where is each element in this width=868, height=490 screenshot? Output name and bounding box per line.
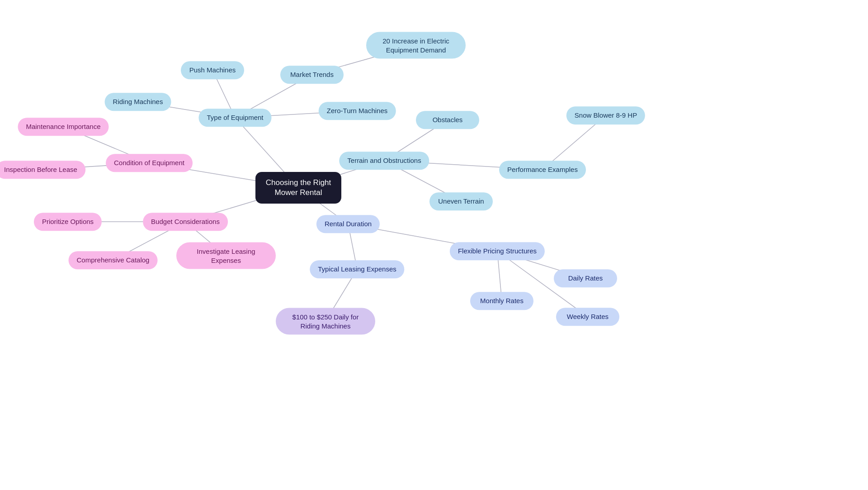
performance-examples: Performance Examples <box>499 161 586 179</box>
snow-blower: Snow Blower 8-9 HP <box>566 106 645 124</box>
type-equipment: Type of Equipment <box>198 109 271 127</box>
weekly-rates: Weekly Rates <box>556 308 619 326</box>
riding-machines: Riding Machines <box>105 93 171 111</box>
daily-rates: Daily Rates <box>554 269 617 287</box>
monthly-rates: Monthly Rates <box>470 292 533 310</box>
electric-demand: 20 Increase in Electric Equipment Demand <box>366 32 466 59</box>
prioritize-options: Prioritize Options <box>34 213 102 231</box>
typical-leasing: Typical Leasing Expenses <box>310 260 404 278</box>
condition-equipment: Condition of Equipment <box>106 154 193 172</box>
100-250-daily: $100 to $250 Daily for Riding Machines <box>276 308 375 335</box>
market-trends: Market Trends <box>280 66 344 84</box>
comprehensive-catalog: Comprehensive Catalog <box>69 251 158 269</box>
investigate-leasing: Investigate Leasing Expenses <box>176 243 276 269</box>
inspection-lease: Inspection Before Lease <box>0 161 85 179</box>
budget-considerations: Budget Considerations <box>143 213 228 231</box>
center-node: Choosing the Right Mower Rental <box>255 172 341 204</box>
uneven-terrain: Uneven Terrain <box>429 192 493 210</box>
zero-turn: Zero-Turn Machines <box>319 102 396 120</box>
push-machines: Push Machines <box>181 61 244 79</box>
mindmap: Choosing the Right Mower RentalType of E… <box>0 0 868 490</box>
maintenance-importance: Maintenance Importance <box>18 118 108 136</box>
rental-duration: Rental Duration <box>316 215 380 233</box>
obstacles: Obstacles <box>416 111 479 129</box>
terrain-obstructions: Terrain and Obstructions <box>339 152 429 170</box>
flexible-pricing: Flexible Pricing Structures <box>450 242 545 260</box>
